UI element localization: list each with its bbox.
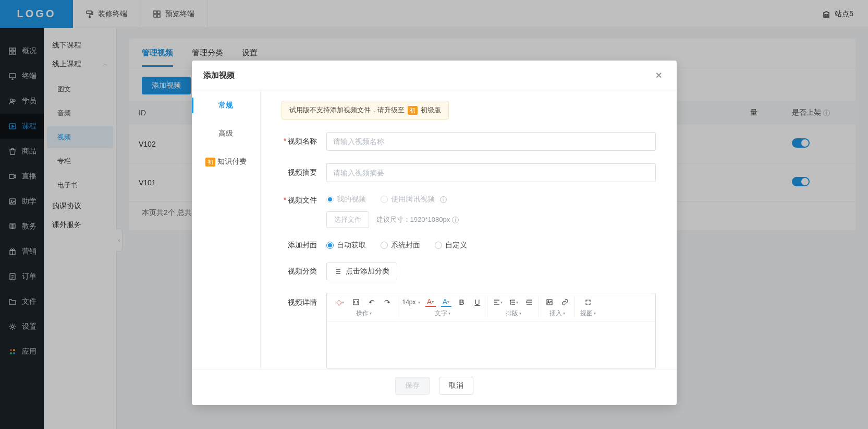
editor-group-insert: 插入▾	[549, 309, 565, 318]
underline-icon[interactable]: U	[472, 297, 483, 307]
bold-icon[interactable]: B	[457, 297, 467, 307]
editor-group-view: 视图▾	[580, 309, 596, 318]
cancel-button[interactable]: 取消	[439, 377, 473, 395]
label-video-file: *视频文件	[282, 195, 326, 205]
modal-tab-normal[interactable]: 常规	[192, 91, 260, 120]
modal-header: 添加视频 ✕	[192, 61, 677, 90]
label-category: 视频分类	[282, 267, 326, 276]
source-icon[interactable]	[351, 297, 361, 307]
editor-group-text: 文字▾	[435, 309, 450, 318]
undo-icon[interactable]: ↶	[366, 297, 377, 307]
modal-tab-paid[interactable]: 初知识付费	[192, 148, 260, 176]
link-insert-icon[interactable]	[560, 297, 570, 307]
font-color-icon[interactable]: A▾	[425, 297, 436, 307]
modal-sidebar: 常规 高级 初知识付费	[192, 90, 261, 369]
radio-cover-system[interactable]: 系统封面	[381, 241, 420, 250]
label-video-summary: 视频摘要	[282, 168, 326, 177]
add-category-button[interactable]: 点击添加分类	[326, 263, 397, 280]
upgrade-alert: 试用版不支持添加视频文件，请升级至 初 初级版	[282, 101, 449, 120]
modal-title: 添加视频	[203, 70, 235, 80]
label-video-name: *视频名称	[282, 137, 326, 146]
redo-icon[interactable]: ↷	[382, 297, 393, 307]
bg-color-icon[interactable]: A▾	[441, 297, 451, 307]
editor-group-action: 操作▾	[356, 309, 372, 318]
eraser-icon[interactable]: ◇▾	[335, 297, 346, 307]
fullscreen-icon[interactable]	[583, 297, 593, 307]
image-insert-icon[interactable]	[544, 297, 555, 307]
svg-point-26	[548, 301, 549, 302]
close-icon[interactable]: ✕	[653, 69, 665, 81]
badge-starter: 初	[205, 158, 215, 166]
align-icon[interactable]: ▾	[493, 297, 503, 307]
modal-form: 试用版不支持添加视频文件，请升级至 初 初级版 *视频名称 视频摘要 *视频文件	[261, 90, 677, 369]
radio-tencent-video[interactable]: 使用腾讯视频i	[381, 195, 447, 204]
radio-cover-custom[interactable]: 自定义	[435, 241, 467, 250]
info-icon: i	[440, 196, 447, 203]
svg-rect-25	[547, 300, 552, 305]
rich-editor: ◇▾ ↶ ↷ 操作▾ 14px▾	[326, 293, 656, 369]
label-detail: 视频详情	[282, 293, 326, 307]
editor-toolbar: ◇▾ ↶ ↷ 操作▾ 14px▾	[327, 293, 655, 321]
editor-content[interactable]	[327, 321, 655, 368]
label-cover: 添加封面	[282, 241, 326, 250]
modal-footer: 保存 取消	[192, 369, 677, 405]
indent-icon[interactable]	[524, 297, 534, 307]
editor-group-layout: 排版▾	[506, 309, 521, 318]
choose-file-button[interactable]: 选择文件	[326, 211, 369, 228]
save-button[interactable]: 保存	[395, 377, 430, 395]
info-icon: i	[452, 217, 459, 223]
video-name-input[interactable]	[326, 132, 656, 151]
modal-tab-advanced[interactable]: 高级	[192, 120, 260, 148]
radio-my-video[interactable]: 我的视频	[326, 195, 366, 204]
list-icon	[334, 268, 341, 275]
badge-starter: 初	[408, 106, 418, 115]
fontsize-select[interactable]: 14px▾	[402, 297, 420, 307]
radio-cover-auto[interactable]: 自动获取	[326, 241, 366, 250]
add-video-modal: 添加视频 ✕ 常规 高级 初知识付费 试用版不支持添加视频文件，请升级至 初 初…	[192, 61, 677, 405]
file-hint: 建议尺寸：1920*1080pxi	[376, 215, 459, 224]
video-summary-input[interactable]	[326, 163, 656, 182]
modal-mask: 添加视频 ✕ 常规 高级 初知识付费 试用版不支持添加视频文件，请升级至 初 初…	[0, 0, 868, 429]
line-height-icon[interactable]: ▾	[508, 297, 519, 307]
